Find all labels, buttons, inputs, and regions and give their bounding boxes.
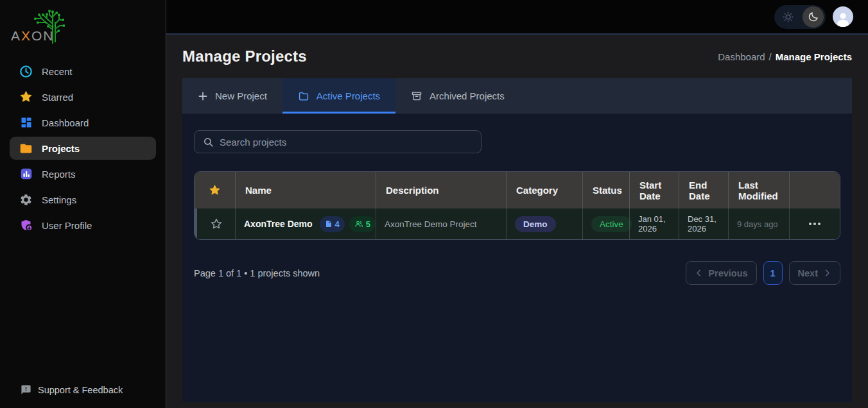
sidebar-item-settings[interactable]: Settings <box>10 188 156 211</box>
status-badge: Active <box>591 216 632 232</box>
dark-theme-button[interactable] <box>803 6 824 28</box>
column-start-date: Start Date <box>630 172 679 208</box>
breadcrumb: Dashboard/Manage Projects <box>718 51 852 62</box>
folder-icon <box>19 142 33 155</box>
brand-logo: AXON <box>0 0 166 57</box>
sun-icon <box>782 11 794 23</box>
tab-archived-projects[interactable]: Archived Projects <box>395 78 520 114</box>
row-status-cell: Active <box>583 208 630 239</box>
chevron-left-icon <box>695 269 703 277</box>
star-icon <box>19 90 33 104</box>
files-count: 4 <box>335 219 340 229</box>
search-input[interactable] <box>220 137 473 148</box>
archive-icon <box>411 90 422 102</box>
gear-icon <box>19 193 33 207</box>
page-header: Manage Projects Dashboard/Manage Project… <box>182 35 852 78</box>
support-feedback-link[interactable]: Support & Feedback <box>21 384 123 395</box>
panel-body: Name Description Category Status Start D… <box>182 114 852 402</box>
person-silhouette-icon <box>835 10 851 27</box>
sidebar-item-projects[interactable]: Projects <box>10 137 156 160</box>
breadcrumb-dashboard-link[interactable]: Dashboard <box>718 51 765 62</box>
feedback-icon <box>21 384 31 395</box>
page-1-button[interactable]: 1 <box>763 261 783 285</box>
sidebar-item-label: Dashboard <box>42 117 89 128</box>
bar-chart-icon <box>19 167 33 181</box>
column-starred <box>195 172 236 208</box>
sidebar-item-label: Starred <box>42 92 73 103</box>
clock-icon <box>19 65 33 78</box>
sidebar-item-starred[interactable]: Starred <box>10 85 156 108</box>
dashboard-icon <box>19 116 33 130</box>
sidebar-item-user-profile[interactable]: User Profile <box>10 214 156 237</box>
sidebar-item-label: Settings <box>42 194 76 205</box>
support-feedback-label: Support & Feedback <box>38 385 123 395</box>
project-name[interactable]: AxonTree Demo <box>244 219 313 229</box>
previous-label: Previous <box>708 268 747 278</box>
sidebar-item-label: Recent <box>42 66 73 77</box>
row-end-date: Dec 31, 2026 <box>679 208 729 239</box>
moon-icon <box>808 11 819 22</box>
column-end-date: End Date <box>679 172 729 208</box>
column-category: Category <box>507 172 583 208</box>
column-description: Description <box>376 172 507 208</box>
user-avatar[interactable] <box>833 6 853 27</box>
table-header-row: Name Description Category Status Start D… <box>195 172 840 208</box>
row-category-cell: Demo <box>507 208 583 239</box>
next-page-button[interactable]: Next <box>789 261 840 285</box>
table-row: AxonTree Demo 4 5 <box>195 208 840 239</box>
sidebar-item-reports[interactable]: Reports <box>10 162 156 185</box>
dot <box>813 223 816 225</box>
row-actions-cell <box>790 208 840 239</box>
row-name-cell: AxonTree Demo 4 5 <box>236 208 376 239</box>
projects-table: Name Description Category Status Start D… <box>194 171 840 240</box>
members-count: 5 <box>366 219 370 229</box>
search-box <box>194 130 482 153</box>
sidebar-item-label: User Profile <box>42 220 92 231</box>
sidebar-item-recent[interactable]: Recent <box>10 60 156 83</box>
dot <box>818 223 820 225</box>
user-shield-icon <box>19 219 33 232</box>
tab-label: Archived Projects <box>430 90 505 101</box>
pager-buttons: Previous 1 Next <box>686 261 840 285</box>
files-count-badge: 4 <box>320 216 345 232</box>
breadcrumb-current: Manage Projects <box>776 51 852 62</box>
search-icon <box>203 137 214 148</box>
star-header-icon <box>209 184 221 196</box>
plus-icon <box>198 91 208 101</box>
row-description: AxonTree Demo Project <box>376 208 507 239</box>
breadcrumb-separator: / <box>769 51 772 62</box>
sidebar-item-label: Projects <box>42 143 80 154</box>
category-badge: Demo <box>515 216 556 232</box>
topbar <box>166 0 868 35</box>
tab-label: Active Projects <box>317 90 380 101</box>
theme-toggle <box>774 5 826 29</box>
tab-active-projects[interactable]: Active Projects <box>282 78 395 114</box>
sidebar-nav: Recent Starred Dashboard Projects Report… <box>0 60 166 237</box>
tab-label: New Project <box>215 90 267 101</box>
previous-page-button[interactable]: Previous <box>686 261 756 285</box>
pagination-info: Page 1 of 1 • 1 projects shown <box>194 268 320 278</box>
column-name: Name <box>236 172 376 208</box>
main-area: Manage Projects Dashboard/Manage Project… <box>166 0 868 408</box>
folder-open-icon <box>298 90 309 102</box>
content-area: Manage Projects Dashboard/Manage Project… <box>166 35 868 408</box>
sidebar-item-dashboard[interactable]: Dashboard <box>10 111 156 134</box>
tab-bar: New Project Active Projects Archived Pro… <box>182 78 852 114</box>
column-status: Status <box>583 172 630 208</box>
projects-panel: New Project Active Projects Archived Pro… <box>182 78 852 402</box>
sidebar-item-label: Reports <box>42 169 76 180</box>
next-label: Next <box>798 268 818 278</box>
column-last-modified: Last Modified <box>729 172 790 208</box>
row-last-modified: 9 days ago <box>729 208 790 239</box>
tab-new-project[interactable]: New Project <box>182 78 282 114</box>
pagination: Page 1 of 1 • 1 projects shown Previous … <box>194 261 840 285</box>
row-actions-button[interactable] <box>798 211 831 237</box>
dot <box>809 223 812 225</box>
row-star-cell <box>195 208 236 239</box>
people-icon <box>354 219 363 228</box>
sidebar: AXON Recent Starred Dashboard Projects <box>0 0 166 408</box>
members-count-badge: 5 <box>349 216 376 232</box>
page-title: Manage Projects <box>182 47 307 65</box>
light-theme-button[interactable] <box>776 6 800 28</box>
star-outline-icon[interactable] <box>210 217 223 230</box>
